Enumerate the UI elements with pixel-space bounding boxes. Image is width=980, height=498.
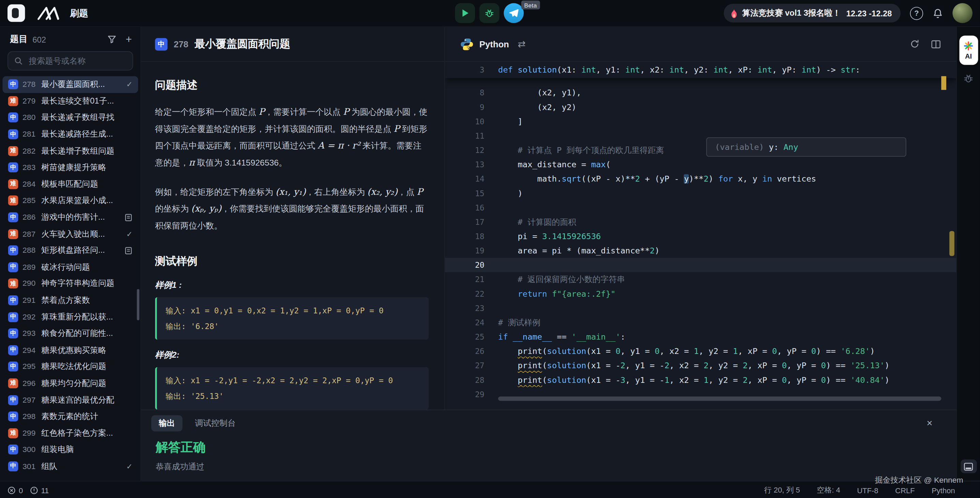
problem-title: 最长递减子数组寻找 <box>41 112 133 123</box>
switch-language-icon[interactable]: ⇄ <box>518 38 525 50</box>
language-mode[interactable]: Python <box>932 486 955 495</box>
list-item[interactable]: 难282最长递增子数组问题 <box>2 143 138 159</box>
code-token: 2 <box>703 174 708 183</box>
code-token <box>498 361 518 370</box>
horizontal-scrollbar[interactable] <box>498 396 942 401</box>
problem-sidebar: 题目 602 + 中278最小覆盖圆面积...✓难279最长连续交替01子...… <box>0 27 141 481</box>
tab-debug-console[interactable]: 调试控制台 <box>195 418 235 429</box>
list-item[interactable]: 中295糖果吃法优化问题 <box>2 358 138 375</box>
samples-heading: 测试样例 <box>155 254 430 268</box>
list-item[interactable]: 中291禁着点方案数 <box>2 292 138 309</box>
filter-funnel-icon[interactable] <box>107 35 116 44</box>
difficulty-badge: 难 <box>8 146 18 155</box>
close-icon[interactable]: × <box>927 418 946 429</box>
code-line[interactable]: 18 pi = 3.1415926536 <box>445 229 956 244</box>
code-line[interactable]: 10 ] <box>445 114 956 128</box>
code-token: , y2: <box>684 65 713 74</box>
ai-sparkle-icon <box>964 41 973 50</box>
code-token: int <box>669 65 684 74</box>
list-item[interactable]: 难284模板串匹配问题 <box>2 176 138 192</box>
ai-assistant-button[interactable]: AI <box>959 35 978 65</box>
list-item[interactable]: 中278最小覆盖圆面积...✓ <box>2 76 138 93</box>
list-item[interactable]: 难296糖果均匀分配问题 <box>2 375 138 392</box>
code-token: ) <box>655 246 659 255</box>
list-item[interactable]: 中280最长递减子数组寻找 <box>2 109 138 126</box>
tab-output[interactable]: 输出 <box>151 415 183 431</box>
code-line[interactable]: 28 print(solution(x1 = -3, y1 = -1, x2 =… <box>445 373 956 387</box>
list-item[interactable]: 难287火车驶入驶出顺...✓ <box>2 225 138 242</box>
indent-setting[interactable]: 空格: 4 <box>817 485 840 496</box>
problems-indicator[interactable]: 0 11 <box>8 486 49 495</box>
search-input[interactable] <box>28 56 127 66</box>
code-token: '25.13' <box>850 361 885 370</box>
list-item[interactable]: 中281最长递减路径生成... <box>2 126 138 143</box>
code-line[interactable]: 21 # 返回保留两位小数的字符串 <box>445 272 956 287</box>
code-line[interactable]: 14 math.sqrt((xP - x)**2 + (yP - y)**2) … <box>445 172 956 186</box>
code-line[interactable]: 20 <box>445 258 956 272</box>
encoding[interactable]: UTF-8 <box>857 486 878 495</box>
list-item[interactable]: 中294糖果优惠购买策略 <box>2 342 138 359</box>
list-item[interactable]: 中301组队✓ <box>2 458 138 475</box>
text-segment: 取值为 3.1415926536。 <box>195 158 287 167</box>
code-token: , yP = <box>787 361 821 370</box>
line-number: 26 <box>445 344 498 358</box>
vertical-scrollbar-thumb[interactable] <box>949 231 955 256</box>
eol-setting[interactable]: CRLF <box>895 486 915 495</box>
share-telegram-button[interactable] <box>504 3 524 23</box>
sidebar-scrollbar[interactable] <box>137 289 139 320</box>
line-content: # 返回保留两位小数的字符串 <box>498 272 956 287</box>
code-line[interactable]: 23 <box>445 301 956 315</box>
list-item[interactable]: 中286游戏中的伤害计... <box>2 209 138 226</box>
feedback-bug-icon[interactable] <box>963 73 974 84</box>
line-content: (x2, y1), <box>498 86 956 100</box>
code-line[interactable]: 24# 测试样例 <box>445 316 956 330</box>
list-item[interactable]: 中289破冰行动问题 <box>2 259 138 276</box>
notifications-bell-icon[interactable] <box>932 8 943 18</box>
code-line[interactable]: 16 <box>445 200 956 215</box>
line-number: 17 <box>445 215 498 229</box>
code-line[interactable]: 19 area = pi * (max_distance**2) <box>445 244 956 258</box>
code-token: , xP = <box>738 346 772 355</box>
debug-button[interactable] <box>479 3 500 23</box>
split-editor-icon[interactable] <box>931 40 940 48</box>
brand-logo-icon[interactable] <box>36 5 62 21</box>
list-item[interactable]: 中283树苗健康提升策略 <box>2 159 138 176</box>
line-number: 19 <box>445 244 498 258</box>
code-line[interactable]: 17 # 计算圆的面积 <box>445 215 956 229</box>
math-inline: π <box>189 157 195 167</box>
code-line[interactable]: 25if __name__ == '__main__': <box>445 330 956 344</box>
list-item[interactable]: 难290神奇字符串构造问题 <box>2 276 138 292</box>
code-line[interactable]: 15 ) <box>445 186 956 200</box>
app-logo-icon[interactable] <box>8 5 25 22</box>
list-item[interactable]: 中293粮食分配的可能性... <box>2 325 138 342</box>
reset-code-icon[interactable] <box>910 39 919 48</box>
add-icon[interactable]: + <box>126 34 132 44</box>
list-item[interactable]: 难279最长连续交替01子... <box>2 93 138 109</box>
user-avatar[interactable] <box>952 3 972 23</box>
toggle-panel-button[interactable] <box>960 460 977 473</box>
sticky-code-line[interactable]: 3 def solution(x1: int, y1: int, x2: int… <box>445 62 956 78</box>
code-line[interactable]: 9 (x2, y2) <box>445 100 956 114</box>
code-line[interactable]: 26 print(solution(x1 = 0, y1 = 0, x2 = 1… <box>445 344 956 358</box>
contest-banner[interactable]: 算法竞技赛 vol1 3报名啦！ 12.23 -12.28 <box>724 4 901 22</box>
list-item[interactable]: 难285水果店果篮最小成... <box>2 192 138 209</box>
cursor-position[interactable]: 行 20, 列 5 <box>764 485 800 496</box>
code-line[interactable]: 27 print(solution(x1 = -2, y1 = -2, x2 =… <box>445 358 956 373</box>
list-item[interactable]: 难299红色格子染色方案... <box>2 425 138 441</box>
code-line[interactable]: 22 return f"{area:.2f}" <box>445 287 956 301</box>
list-item[interactable]: 中288矩形棋盘路径问... <box>2 242 138 259</box>
code-area[interactable]: 3 def solution(x1: int, y1: int, x2: int… <box>445 62 956 409</box>
list-item[interactable]: 中298素数元素的统计 <box>2 408 138 425</box>
list-item[interactable]: 中292算珠重新分配以获... <box>2 309 138 325</box>
code-token: + (yP - <box>640 174 684 183</box>
list-item[interactable]: 中300组装电脑 <box>2 441 138 458</box>
problem-title: 糖果迷宫的最优分配 <box>41 395 133 406</box>
search-box[interactable] <box>8 51 133 70</box>
code-token: f"{area:.2f}" <box>552 289 616 298</box>
list-item[interactable]: 中297糖果迷宫的最优分配 <box>2 392 138 408</box>
run-button[interactable] <box>455 3 475 23</box>
help-icon[interactable]: ? <box>910 6 923 19</box>
code-line[interactable]: 8 (x2, y1), <box>445 86 956 100</box>
sample1-output: 输出: '6.28' <box>166 319 420 334</box>
code-line[interactable]: 13 max_distance = max( <box>445 157 956 172</box>
